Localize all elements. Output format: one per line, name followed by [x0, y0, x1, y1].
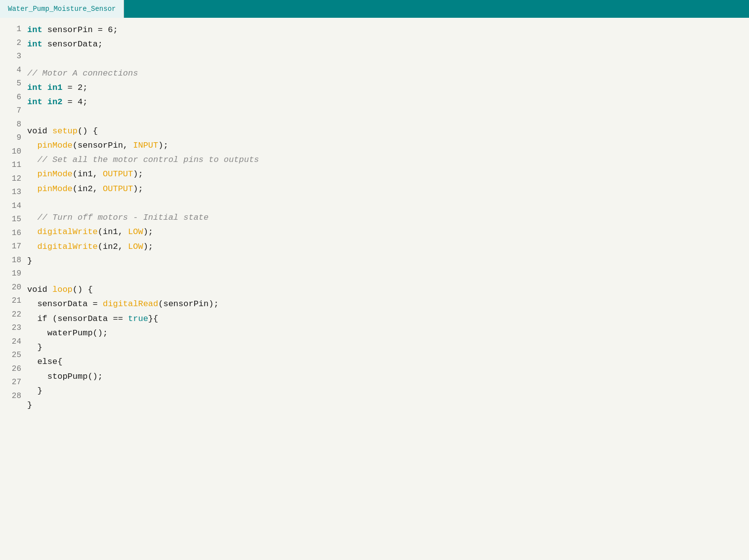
code-line [27, 51, 749, 66]
line-number: 13 [10, 186, 21, 200]
line-number: 15 [10, 213, 21, 227]
line-number: 10 [10, 145, 21, 159]
code-line: sensorData = digitalRead(sensorPin); [27, 297, 749, 311]
line-number: 17 [10, 240, 21, 254]
code-line [27, 268, 749, 282]
code-line: // Turn off motors - Initial state [27, 210, 749, 225]
code-line: pinMode(in1, OUTPUT); [27, 167, 749, 181]
tab-bar: Water_Pump_Moisture_Sensor [0, 0, 749, 18]
code-line: } [27, 254, 749, 268]
line-number: 27 [10, 376, 21, 390]
code-line: int sensorData; [27, 37, 749, 51]
line-number: 22 [10, 308, 21, 322]
code-line: int in1 = 2; [27, 80, 749, 95]
code-line: pinMode(sensorPin, INPUT); [27, 138, 749, 153]
line-number: 24 [10, 335, 21, 349]
code-line: void setup() { [27, 124, 749, 138]
code-line: } [27, 384, 749, 398]
line-number: 21 [10, 294, 21, 308]
code-line: int in2 = 4; [27, 95, 749, 109]
line-number: 19 [10, 267, 21, 281]
line-number: 3 [10, 50, 21, 64]
code-line: pinMode(in2, OUTPUT); [27, 182, 749, 196]
line-number: 4 [10, 64, 21, 78]
line-number: 7 [10, 104, 21, 118]
code-line: void loop() { [27, 282, 749, 297]
line-number: 1 [10, 23, 21, 37]
tab-label: Water_Pump_Moisture_Sensor [8, 5, 116, 13]
code-line: // Motor A connections [27, 66, 749, 80]
line-number: 16 [10, 227, 21, 240]
code-line: else{ [27, 355, 749, 369]
code-content[interactable]: int sensorPin = 6;int sensorData; // Mot… [27, 22, 749, 556]
line-number: 25 [10, 349, 21, 362]
line-number: 28 [10, 390, 21, 403]
line-number: 26 [10, 362, 21, 376]
code-line: waterPump(); [27, 326, 749, 340]
line-numbers: 1234567891011121314151617181920212223242… [0, 22, 27, 556]
code-area: 1234567891011121314151617181920212223242… [0, 18, 749, 560]
code-line [27, 109, 749, 123]
editor-container: Water_Pump_Moisture_Sensor 1234567891011… [0, 0, 749, 560]
line-number: 2 [10, 37, 21, 50]
line-number: 5 [10, 77, 21, 91]
line-number: 8 [10, 118, 21, 132]
code-line: int sensorPin = 6; [27, 23, 749, 37]
line-number: 6 [10, 91, 21, 105]
line-number: 20 [10, 281, 21, 295]
line-number: 23 [10, 321, 21, 335]
code-line: stopPump(); [27, 369, 749, 384]
code-line: } [27, 398, 749, 412]
line-number: 14 [10, 200, 21, 213]
file-tab[interactable]: Water_Pump_Moisture_Sensor [0, 0, 124, 18]
code-line: } [27, 340, 749, 355]
code-line [27, 412, 749, 427]
code-line: digitalWrite(in2, LOW); [27, 240, 749, 254]
code-line: digitalWrite(in1, LOW); [27, 225, 749, 239]
code-line: // Set all the motor control pins to out… [27, 153, 749, 167]
line-number: 12 [10, 172, 21, 186]
code-line: if (sensorData == true}{ [27, 312, 749, 326]
line-number: 9 [10, 131, 21, 145]
line-number: 11 [10, 159, 21, 172]
code-line [27, 196, 749, 210]
line-number: 18 [10, 254, 21, 268]
